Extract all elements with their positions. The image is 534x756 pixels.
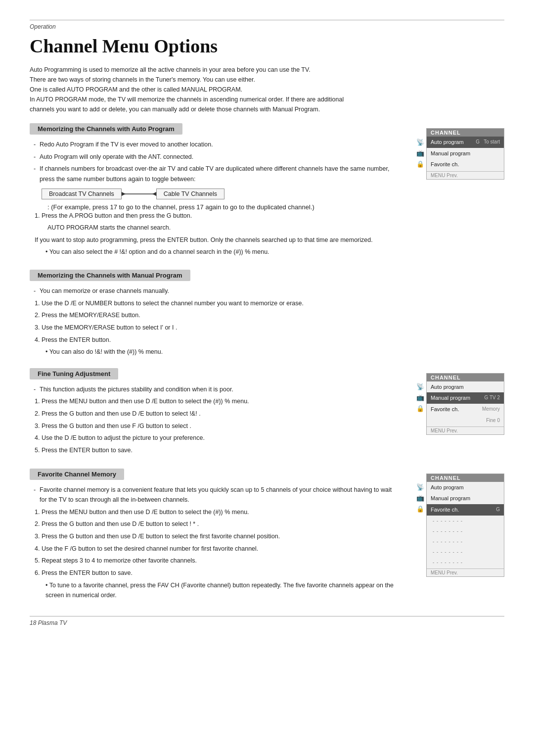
- favorite-channel-text: Favorite Channel Memory Favorite channel…: [30, 469, 400, 602]
- fine-menu-title: CHANNEL: [427, 374, 504, 381]
- fine-tuning-layout: Fine Tuning Adjustment This function adj…: [30, 368, 504, 458]
- fine-tuning-menu-image: 📡 📺 🔒 CHANNEL Auto program Manual progra…: [415, 368, 504, 435]
- auto-step1: 1. Press the A.PROG button and then pres…: [35, 211, 400, 221]
- antenna-icon3: 📡: [415, 482, 425, 492]
- operation-label: Operation: [30, 23, 504, 30]
- auto-menu-item-fav: Favorite ch.: [427, 159, 504, 170]
- fav-menu-item-fav: Favorite ch. G: [427, 504, 504, 516]
- tv-icon: 📺: [415, 148, 425, 158]
- fine-menu-item-fine: Fine 0: [427, 415, 504, 425]
- manual-step-1: 1. Use the D /E or NUMBER buttons to sel…: [35, 298, 504, 309]
- cable-channels-box: Cable TV Channels: [156, 189, 224, 199]
- manual-sub-bullet: You can also do !&! with the (#)) % menu…: [35, 347, 504, 357]
- fine-tuning-text: Fine Tuning Adjustment This function adj…: [30, 368, 400, 458]
- auto-program-text: Memorizing the Channels with Auto Progra…: [30, 123, 400, 259]
- page-wrapper: Operation Channel Menu Options Auto Prog…: [0, 0, 534, 756]
- favorite-channel-menu-image: 📡 📺 🔒 CHANNEL Auto program Manual progra…: [415, 469, 504, 577]
- fine-step-4: 4. Use the D /E button to adjust the pic…: [35, 433, 400, 443]
- fine-channel-menu: CHANNEL Auto program Manual program G TV…: [426, 373, 504, 435]
- svg-marker-1: [122, 192, 126, 196]
- auto-program-layout: Memorizing the Channels with Auto Progra…: [30, 123, 504, 259]
- section-auto-program: Memorizing the Channels with Auto Progra…: [30, 123, 504, 259]
- auto-menu-outer: 📡 📺 🔒 CHANNEL Auto program G To start: [415, 123, 504, 180]
- antenna-icon2: 📡: [415, 382, 425, 392]
- page-title: Channel Menu Options: [30, 35, 504, 57]
- fav-step-2: 2. Press the G button and then use D /E …: [35, 519, 400, 529]
- intro-line-3: One is called AUTO PROGRAM and the other…: [30, 85, 504, 94]
- fav-menu-outer: 📡 📺 🔒 CHANNEL Auto program Manual progra…: [415, 469, 504, 577]
- auto-program-header: Memorizing the Channels with Auto Progra…: [30, 123, 182, 135]
- fine-menu-item-auto: Auto program: [427, 381, 504, 393]
- auto-program-menu-image: 📡 📺 🔒 CHANNEL Auto program G To start: [415, 123, 504, 180]
- manual-dash-bullet: You can memorize or erase channels manua…: [35, 286, 504, 296]
- antenna-icon: 📡: [415, 137, 425, 147]
- channel-toggle-row: Broadcast TV Channels Cable TV Channels: [42, 189, 400, 199]
- section-manual-program: Memorizing the Channels with Manual Prog…: [30, 270, 504, 357]
- fine-step-3: 3. Press the G button and then use F /G …: [35, 421, 400, 431]
- fine-menu-icons: 📡 📺 🔒: [415, 368, 425, 415]
- fav-row-4: - - - - - - - -: [427, 547, 504, 557]
- lock-icon: 🔒: [415, 159, 425, 169]
- fav-menu-icons: 📡 📺 🔒: [415, 469, 425, 515]
- svg-marker-2: [152, 192, 156, 196]
- fav-step-6: 6. Press the ENTER button to save.: [35, 568, 400, 578]
- intro-block: Auto Programming is used to memorize all…: [30, 65, 504, 114]
- tv-icon3: 📺: [415, 493, 425, 503]
- fav-menu-item-auto: Auto program: [427, 482, 504, 493]
- favorite-channel-header: Favorite Channel Memory: [30, 469, 124, 480]
- top-rule: [30, 20, 504, 20]
- tv-icon2: 📺: [415, 393, 425, 403]
- auto-sub-bullet: You can also select the # !&! option and…: [35, 247, 400, 257]
- fav-step-1: 1. Press the MENU button and then use D …: [35, 507, 400, 518]
- fav-dash-bullet: Favorite channel memory is a convenient …: [35, 485, 400, 505]
- auto-program-content: Redo Auto Program if the TV is ever move…: [30, 140, 400, 257]
- manual-program-content: You can memorize or erase channels manua…: [30, 286, 504, 357]
- section-favorite-channel: Favorite Channel Memory Favorite channel…: [30, 469, 504, 602]
- fav-menu-item-manual: Manual program: [427, 493, 504, 504]
- fav-menu-footer: MENU Prev.: [427, 568, 504, 576]
- fav-menu-title: CHANNEL: [427, 474, 504, 482]
- fav-row-1: - - - - - - - -: [427, 516, 504, 526]
- intro-line-4: In AUTO PROGRAM mode, the TV will memori…: [30, 94, 504, 104]
- auto-menu-title: CHANNEL: [427, 129, 504, 137]
- fine-menu-outer: 📡 📺 🔒 CHANNEL Auto program Manual progra…: [415, 368, 504, 435]
- fine-menu-item-fav: Favorite ch. Memory: [427, 404, 504, 415]
- example-text: : (For example, press 17 to go to the ch…: [35, 203, 400, 211]
- manual-step-2: 2. Press the MEMORY/ERASE button.: [35, 310, 504, 321]
- fav-step-5: 5. Repeat steps 3 to 4 to memorize other…: [35, 556, 400, 566]
- auto-step1b: AUTO PROGRAM starts the channel search.: [35, 223, 400, 233]
- auto-menu-icons: 📡 📺 🔒: [415, 123, 425, 170]
- favorite-channel-content: Favorite channel memory is a convenient …: [30, 485, 400, 601]
- auto-bullet-3: If channels numbers for broadcast over-t…: [35, 164, 400, 184]
- fav-sub-bullet: To tune to a favorite channel, press the…: [35, 580, 400, 601]
- auto-menu-footer: MENU Prev.: [427, 171, 504, 179]
- fav-channel-menu: CHANNEL Auto program Manual program Favo…: [426, 473, 504, 577]
- footer-text: 18 Plasma TV: [30, 616, 504, 626]
- auto-bullet-1: Redo Auto Program if the TV is ever move…: [35, 140, 400, 150]
- fav-step-3: 3. Press the G button and then use D /E …: [35, 531, 400, 542]
- fine-dash-bullet: This function adjusts the pictures stabi…: [35, 384, 400, 395]
- fine-tuning-content: This function adjusts the pictures stabi…: [30, 384, 400, 456]
- manual-step-4: 4. Press the ENTER button.: [35, 335, 504, 345]
- fine-step-2: 2. Press the G button and then use D /E …: [35, 409, 400, 419]
- intro-line-5: channels you want to add or delete, you …: [30, 104, 504, 114]
- fine-step-1: 1. Press the MENU button and then use D …: [35, 396, 400, 407]
- intro-line-2: There are two ways of storing channels i…: [30, 75, 504, 85]
- section-fine-tuning: Fine Tuning Adjustment This function adj…: [30, 368, 504, 458]
- auto-menu-item-auto: Auto program G To start: [427, 137, 504, 148]
- manual-program-header: Memorizing the Channels with Manual Prog…: [30, 270, 190, 281]
- fine-tuning-header: Fine Tuning Adjustment: [30, 368, 118, 379]
- fine-menu-item-manual: Manual program G TV 2: [427, 392, 504, 404]
- manual-step-3: 3. Use the MEMORY/ERASE button to select…: [35, 323, 504, 333]
- intro-line-1: Auto Programming is used to memorize all…: [30, 65, 504, 75]
- broadcast-channels-box: Broadcast TV Channels: [42, 189, 122, 199]
- favorite-channel-layout: Favorite Channel Memory Favorite channel…: [30, 469, 504, 602]
- auto-bullet-2: Auto Program will only operate with the …: [35, 152, 400, 162]
- fav-row-5: - - - - - - - -: [427, 557, 504, 567]
- toggle-arrow: [122, 190, 156, 198]
- fav-step-4: 4. Use the F /G button to set the desire…: [35, 544, 400, 554]
- auto-menu-item-manual: Manual program: [427, 148, 504, 159]
- lock-icon3: 🔒: [415, 504, 425, 514]
- auto-channel-menu: CHANNEL Auto program G To start Manual p…: [426, 128, 504, 180]
- lock-icon2: 🔒: [415, 404, 425, 414]
